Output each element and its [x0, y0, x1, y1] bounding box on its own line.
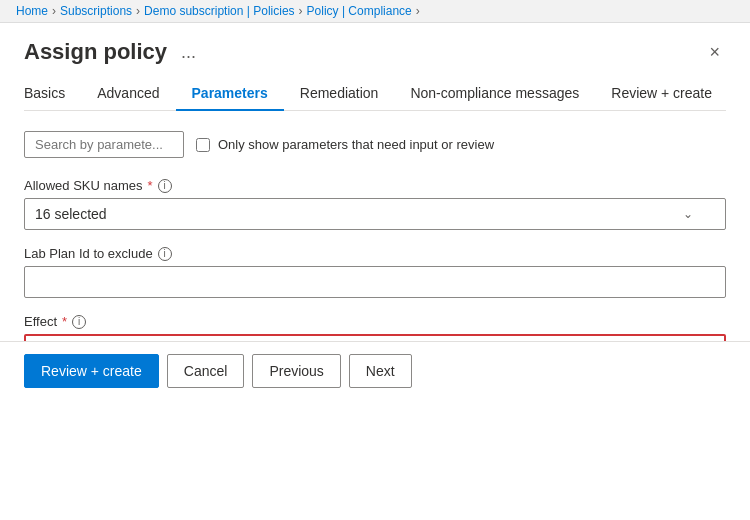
review-create-button[interactable]: Review + create [24, 354, 159, 388]
lab-plan-id-field: Lab Plan Id to exclude i [24, 246, 726, 298]
previous-button[interactable]: Previous [252, 354, 340, 388]
allowed-sku-info-icon[interactable]: i [158, 179, 172, 193]
close-button[interactable]: × [703, 41, 726, 63]
cancel-button[interactable]: Cancel [167, 354, 245, 388]
effect-info-icon[interactable]: i [72, 315, 86, 329]
next-button[interactable]: Next [349, 354, 412, 388]
allowed-sku-label: Allowed SKU names * i [24, 178, 726, 193]
header-row: Assign policy ... × [24, 39, 726, 65]
page-title: Assign policy [24, 39, 167, 65]
breadcrumb: Home › Subscriptions › Demo subscription… [0, 0, 750, 23]
lab-plan-id-label: Lab Plan Id to exclude i [24, 246, 726, 261]
tab-basics[interactable]: Basics [24, 77, 81, 111]
breadcrumb-subscriptions[interactable]: Subscriptions [60, 4, 132, 18]
effect-label: Effect * i [24, 314, 726, 329]
tab-bar: Basics Advanced Parameters Remediation N… [24, 77, 726, 111]
ellipsis-button[interactable]: ... [175, 40, 202, 65]
allowed-sku-value: 16 selected [35, 206, 107, 222]
tab-review-create[interactable]: Review + create [595, 77, 728, 111]
lab-plan-id-info-icon[interactable]: i [158, 247, 172, 261]
footer: Review + create Cancel Previous Next [0, 341, 750, 400]
search-input[interactable] [24, 131, 184, 158]
breadcrumb-policy-compliance[interactable]: Policy | Compliance [307, 4, 412, 18]
allowed-sku-field: Allowed SKU names * i 16 selected ⌄ [24, 178, 726, 230]
filter-row: Only show parameters that need input or … [24, 131, 726, 158]
breadcrumb-home[interactable]: Home [16, 4, 48, 18]
allowed-sku-chevron-icon: ⌄ [683, 207, 693, 221]
header-left: Assign policy ... [24, 39, 202, 65]
allowed-sku-dropdown[interactable]: 16 selected ⌄ [24, 198, 726, 230]
filter-checkbox-label: Only show parameters that need input or … [218, 137, 494, 152]
allowed-sku-required: * [148, 178, 153, 193]
tab-remediation[interactable]: Remediation [284, 77, 395, 111]
filter-checkbox-wrapper: Only show parameters that need input or … [196, 137, 494, 152]
tab-advanced[interactable]: Advanced [81, 77, 175, 111]
lab-plan-id-input[interactable] [24, 266, 726, 298]
tab-non-compliance-messages[interactable]: Non-compliance messages [394, 77, 595, 111]
breadcrumb-demo-subscription[interactable]: Demo subscription | Policies [144, 4, 295, 18]
main-panel: Assign policy ... × Basics Advanced Para… [0, 23, 750, 400]
show-needs-input-checkbox[interactable] [196, 138, 210, 152]
effect-required: * [62, 314, 67, 329]
tab-parameters[interactable]: Parameters [176, 77, 284, 111]
